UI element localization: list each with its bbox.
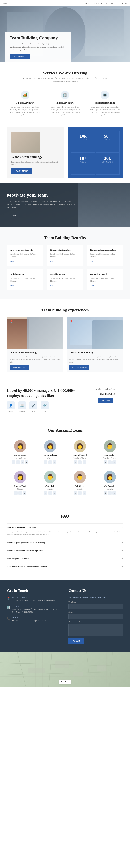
exp-inperson-desc: Lorem ipsum dolor amet consectetur adipi… bbox=[9, 355, 61, 363]
team-name-4: Monica Pooli bbox=[9, 485, 32, 488]
phone-icon: 📞 bbox=[7, 617, 10, 621]
team-role-0: Associates Director bbox=[9, 457, 32, 459]
exp-inperson-button[interactable]: In-Person Activities bbox=[9, 366, 30, 370]
social-fb-0[interactable]: f bbox=[12, 460, 15, 464]
benefit-trust-more[interactable]: more bbox=[10, 284, 14, 286]
company-shape-2: 📖 bbox=[18, 401, 26, 409]
hero-cta-button[interactable]: learn more bbox=[9, 54, 30, 59]
nav-about[interactable]: ABOUT US bbox=[106, 2, 117, 4]
team-member-7: 👩 Mia Carvalho Manager f t in bbox=[97, 469, 123, 496]
benefit-communication-title: Enhancing communication bbox=[90, 248, 120, 251]
faq-item-0[interactable]: How much lead time do we need? ▼ Lorem i… bbox=[7, 523, 123, 539]
message-textarea[interactable] bbox=[69, 623, 123, 636]
team-grid-row2: 👩 Monica Pooli Manager f t in 👨 Walter L… bbox=[7, 469, 123, 496]
social-in-2[interactable]: in bbox=[83, 460, 86, 464]
faq-arrow-2: ▼ bbox=[121, 550, 123, 552]
exp-virtual-button[interactable]: In-Person Activities bbox=[69, 366, 89, 370]
faq-item-2[interactable]: What are your many insurance options? ▼ bbox=[7, 547, 123, 555]
social-fb-5[interactable]: f bbox=[44, 491, 47, 495]
social-tw-3[interactable]: t bbox=[108, 460, 112, 464]
service-outdoor: 🏕️ Outdoor Adventure Lorem ipsum dolor s… bbox=[7, 88, 43, 119]
email-input[interactable] bbox=[69, 614, 123, 619]
social-in-6[interactable]: in bbox=[83, 491, 86, 495]
team-name-7: Mia Carvalho bbox=[98, 485, 122, 488]
faq-item-1[interactable]: What are great questions for team buildi… bbox=[7, 539, 123, 547]
social-fb-6[interactable]: f bbox=[74, 491, 77, 495]
loved-left: Loved by 40,000+ managers & 1,000,000+ e… bbox=[7, 388, 82, 412]
experiences-section: Team building experiences 📍 In-Person te… bbox=[0, 299, 130, 381]
faq-question-0[interactable]: How much lead time do we need? ▼ bbox=[7, 526, 123, 529]
team-name-1: Jennie Roberts bbox=[39, 454, 62, 457]
benefit-trust: Building trust Sample text. Click to sel… bbox=[7, 269, 43, 290]
social-tw-0[interactable]: t bbox=[16, 460, 20, 464]
faq-question-2[interactable]: What are your many insurance options? ▼ bbox=[7, 550, 123, 552]
benefit-morale-more[interactable]: more bbox=[90, 284, 94, 286]
loved-cta-button[interactable]: Start Now bbox=[98, 398, 113, 403]
social-tw-6[interactable]: t bbox=[78, 491, 82, 495]
faq-item-3[interactable]: Who are your facilitators? ▼ bbox=[7, 555, 123, 563]
social-in-5[interactable]: in bbox=[53, 491, 56, 495]
social-tw-4[interactable]: t bbox=[18, 491, 22, 495]
virtual-title: Virtual teambuilding bbox=[88, 101, 121, 104]
indoor-title: Indoor Adventure bbox=[48, 101, 82, 104]
social-fb-1[interactable]: f bbox=[44, 460, 47, 464]
contact-office-label: OFFICE bbox=[12, 605, 61, 607]
social-in-7[interactable]: in bbox=[113, 491, 116, 495]
email-label: Email bbox=[69, 611, 123, 613]
faq-arrow-0: ▼ bbox=[121, 526, 123, 529]
name-label: Your Name bbox=[69, 601, 123, 603]
nav-landing[interactable]: LANDING bbox=[93, 2, 103, 4]
benefit-leaders-more[interactable]: more bbox=[50, 284, 54, 286]
benefits-heading: Team Building Benefits bbox=[7, 236, 123, 240]
social-fb-7[interactable]: f bbox=[104, 491, 107, 495]
hero-content-box: Team Building Company Lorem ipsum dolor … bbox=[5, 32, 71, 62]
faq-question-4[interactable]: How do we choose the best event for our … bbox=[7, 565, 123, 568]
social-in-0[interactable]: in bbox=[20, 460, 24, 464]
team-role-7: Manager bbox=[98, 488, 122, 490]
stat-projects-label: Projects bbox=[74, 139, 92, 141]
faq-arrow-1: ▼ bbox=[121, 541, 123, 544]
faq-question-3[interactable]: Who are your facilitators? ▼ bbox=[7, 558, 123, 560]
contact-office-text: Come say hello at our office HQ. 140 Mai… bbox=[12, 608, 61, 613]
exp-inperson-card: 📍 In-Person team building Lorem ipsum do… bbox=[7, 317, 63, 372]
team-member-4: 👩 Monica Pooli Manager f t in bbox=[7, 469, 34, 496]
social-cloud-0[interactable]: ☁ bbox=[25, 460, 29, 464]
benefit-creativity-more[interactable]: more bbox=[50, 260, 54, 262]
name-input[interactable] bbox=[69, 604, 123, 609]
contact-office: 🏢 OFFICE Come say hello at our office HQ… bbox=[7, 605, 61, 613]
experiences-grid: 📍 In-Person team building Lorem ipsum do… bbox=[7, 317, 123, 372]
social-fb-2[interactable]: f bbox=[74, 460, 77, 464]
contact-phone: 📞 PHONE Mon-Fri 9am-8pm in-store +1(214)… bbox=[7, 617, 61, 622]
benefits-grid: Increasing productivity Sample text. Cli… bbox=[7, 245, 123, 290]
team-social-3: f t in bbox=[98, 460, 122, 464]
nav-page4[interactable]: PAGE 4 bbox=[120, 2, 127, 4]
social-tw-1[interactable]: t bbox=[48, 460, 52, 464]
exp-virtual-title: Virtual team building bbox=[69, 351, 121, 354]
nav-home[interactable]: HOME bbox=[84, 2, 90, 4]
svg-rect-9 bbox=[97, 664, 106, 671]
stats-learn-more[interactable]: learn more bbox=[11, 168, 32, 174]
social-in-3[interactable]: in bbox=[113, 460, 116, 464]
loved-phone: +1 213 333 64 55 bbox=[88, 393, 123, 396]
social-tw-5[interactable]: t bbox=[48, 491, 52, 495]
benefit-productivity-more[interactable]: more bbox=[10, 260, 14, 262]
exp-virtual-desc: Lorem ipsum dolor amet consectetur adipi… bbox=[69, 355, 121, 363]
contact-address-text: 548 Market Street #41919 San Francisco i… bbox=[12, 599, 55, 602]
social-in-1[interactable]: in bbox=[53, 460, 56, 464]
submit-button[interactable]: SUBMIT bbox=[69, 639, 84, 644]
faq-item-4[interactable]: How do we choose the best event for our … bbox=[7, 563, 123, 571]
social-tw-2[interactable]: t bbox=[78, 460, 82, 464]
benefit-communication-more[interactable]: more bbox=[90, 260, 94, 262]
motivate-person-figure bbox=[78, 183, 130, 227]
faq-answer-0: Lorem ipsum dolor sit amet, consectetur … bbox=[7, 531, 123, 536]
motivate-section: Motivate your team Lorem ipsum dolor sit… bbox=[0, 183, 130, 227]
benefit-productivity-desc: Sample text. Click to select the Text El… bbox=[10, 253, 40, 258]
team-section: Our Amazing Team 👩 Nat Reynolds Associat… bbox=[0, 419, 130, 505]
motivate-cta-button[interactable]: learn more bbox=[7, 213, 24, 218]
social-fb-4[interactable]: f bbox=[14, 491, 17, 495]
social-tw-7[interactable]: t bbox=[108, 491, 112, 495]
faq-question-1[interactable]: What are great questions for team buildi… bbox=[7, 541, 123, 544]
loved-right: Ready to speak with us? +1 213 333 64 55… bbox=[88, 388, 123, 403]
social-fb-3[interactable]: f bbox=[104, 460, 107, 464]
social-in-4[interactable]: in bbox=[23, 491, 26, 495]
